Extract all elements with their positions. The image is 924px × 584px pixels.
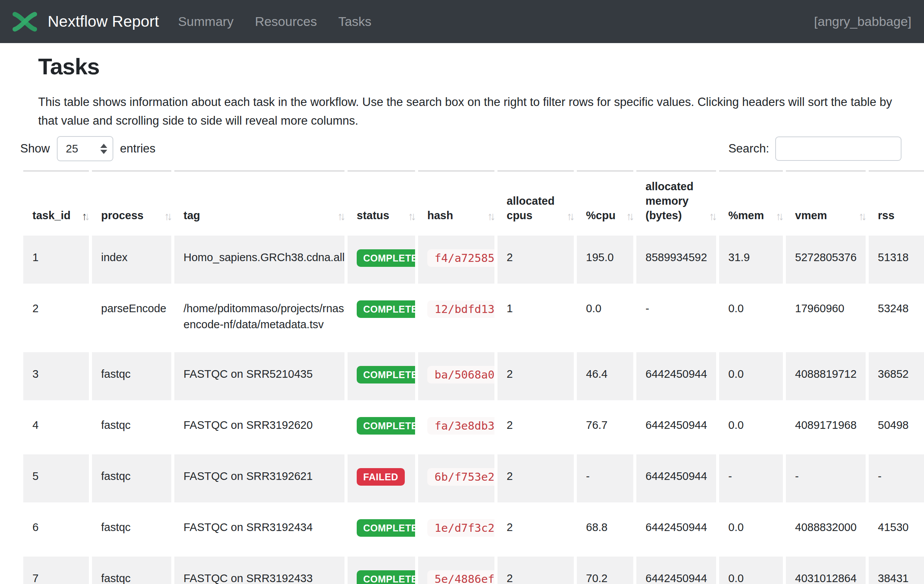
cell-mem: 6442450944 (636, 454, 716, 502)
cell-tag: FASTQC on SRR3192433 (174, 556, 345, 584)
cell-hash: fa/3e8db3 (418, 403, 495, 451)
cell-hash: 12/bdfd13 (418, 287, 495, 349)
status-badge: COMPLETED (357, 519, 415, 537)
cell-status: COMPLETED (348, 556, 415, 584)
status-badge: COMPLETED (357, 366, 415, 383)
cell-pmem: 0.0 (719, 403, 783, 451)
cell-process: fastqc (92, 556, 171, 584)
sort-arrows-icon: ↑↓ (776, 209, 781, 224)
cell-task-id: 6 (23, 505, 89, 553)
select-stepper-icon (100, 144, 107, 154)
tasks-table-header-row: task_id↑↓process↑↓tag↑↓status↑↓hash↑↓all… (23, 170, 924, 232)
cell-rss: 38431 (869, 556, 924, 584)
column-label: allocated memory (bytes) (645, 180, 693, 222)
cell-pmem: 0.0 (719, 287, 783, 349)
tasks-table-body: 1indexHomo_sapiens.GRCh38.cdna.all.fa.gz… (23, 235, 924, 584)
cell-status: COMPLETED (348, 287, 415, 349)
cell-pcpu: 76.7 (577, 403, 633, 451)
table-controls: Show 25 entries Search: (20, 136, 924, 161)
page-length-select[interactable]: 25 (57, 136, 113, 161)
brand-title: Nextflow Report (48, 13, 159, 31)
cell-rss: 41530 (869, 505, 924, 553)
cell-process: fastqc (92, 403, 171, 451)
page-length-control: Show 25 entries (20, 136, 156, 161)
cell-hash: 5e/4886ef (418, 556, 495, 584)
column-header-process[interactable]: process↑↓ (92, 170, 171, 232)
cell-vmem: - (786, 454, 866, 502)
column-header-status[interactable]: status↑↓ (348, 170, 415, 232)
show-label: Show (20, 142, 50, 156)
hash-chip: 6b/f753e2 (427, 468, 495, 486)
cell-cpus: 2 (497, 556, 574, 584)
cell-mem: 6442450944 (636, 352, 716, 400)
column-label: tag (183, 209, 200, 222)
cell-rss: 50498 (869, 403, 924, 451)
cell-vmem: 4088819712 (786, 352, 866, 400)
hash-chip: fa/3e8db3 (427, 417, 495, 434)
cell-task-id: 2 (23, 287, 89, 349)
cell-hash: ba/5068a0 (418, 352, 495, 400)
column-header-hash[interactable]: hash↑↓ (418, 170, 495, 232)
cell-hash: 6b/f753e2 (418, 454, 495, 502)
navbar-brand[interactable]: Nextflow Report (13, 11, 159, 33)
column-label: rss (878, 209, 894, 222)
column-header-tag[interactable]: tag↑↓ (174, 170, 345, 232)
cell-vmem: 4031012864 (786, 556, 866, 584)
cell-process: fastqc (92, 352, 171, 400)
nav-link-resources[interactable]: Resources (255, 14, 317, 29)
column-label: hash (427, 209, 453, 222)
column-header-task-id[interactable]: task_id↑↓ (23, 170, 89, 232)
status-badge: COMPLETED (357, 417, 415, 434)
status-badge: COMPLETED (357, 300, 415, 318)
cell-pmem: 0.0 (719, 505, 783, 553)
column-label: %cpu (586, 209, 615, 222)
entries-label: entries (120, 142, 156, 156)
cell-pcpu: 68.8 (577, 505, 633, 553)
cell-mem: - (636, 287, 716, 349)
table-row: 4fastqcFASTQC on SRR3192620COMPLETEDfa/3… (23, 403, 924, 451)
page-title: Tasks (38, 50, 924, 84)
column-label: task_id (33, 209, 71, 222)
hash-chip: f4/a72585 (427, 249, 495, 267)
sort-arrows-icon: ↑↓ (82, 209, 87, 224)
cell-mem: 6442450944 (636, 505, 716, 553)
cell-status: FAILED (348, 454, 415, 502)
cell-pcpu: 70.2 (577, 556, 633, 584)
cell-process: fastqc (92, 505, 171, 553)
cell-mem: 8589934592 (636, 235, 716, 284)
nav-link-tasks[interactable]: Tasks (338, 14, 371, 29)
cell-vmem: 17960960 (786, 287, 866, 349)
main-content: Tasks This table shows information about… (0, 50, 924, 584)
cell-tag: FASTQC on SRR3192620 (174, 403, 345, 451)
hash-chip: 5e/4886ef (427, 570, 495, 584)
column-header-cpu[interactable]: %cpu↑↓ (577, 170, 633, 232)
table-row: 5fastqcFASTQC on SRR3192621FAILED6b/f753… (23, 454, 924, 502)
cell-cpus: 2 (497, 403, 574, 451)
run-name-badge: [angry_babbage] (814, 14, 911, 29)
cell-cpus: 2 (497, 454, 574, 502)
search-input[interactable] (775, 137, 901, 161)
status-badge: COMPLETED (357, 249, 415, 267)
column-header-mem[interactable]: %mem↑↓ (719, 170, 783, 232)
sort-arrows-icon: ↑↓ (858, 209, 864, 224)
table-row: 6fastqcFASTQC on SRR3192434COMPLETED1e/d… (23, 505, 924, 553)
table-row: 1indexHomo_sapiens.GRCh38.cdna.all.fa.gz… (23, 235, 924, 284)
page-length-value: 25 (66, 143, 78, 155)
column-header-allocated-cpus[interactable]: allocated cpus↑↓ (497, 170, 574, 232)
cell-cpus: 1 (497, 287, 574, 349)
nextflow-logo-icon (13, 11, 37, 33)
cell-mem: 6442450944 (636, 556, 716, 584)
cell-process: fastqc (92, 454, 171, 502)
status-badge: FAILED (357, 468, 405, 486)
cell-pmem: 0.0 (719, 352, 783, 400)
column-header-allocated-memory-bytes[interactable]: allocated memory (bytes)↑↓ (636, 170, 716, 232)
nav-link-summary[interactable]: Summary (178, 14, 233, 29)
cell-pmem: - (719, 454, 783, 502)
column-header-vmem[interactable]: vmem↑↓ (786, 170, 866, 232)
table-row: 3fastqcFASTQC on SRR5210435COMPLETEDba/5… (23, 352, 924, 400)
cell-tag: Homo_sapiens.GRCh38.cdna.all.fa.gz (174, 235, 345, 284)
column-label: status (357, 209, 389, 222)
column-header-rss[interactable]: rss (869, 170, 924, 232)
cell-pcpu: 0.0 (577, 287, 633, 349)
cell-task-id: 7 (23, 556, 89, 584)
